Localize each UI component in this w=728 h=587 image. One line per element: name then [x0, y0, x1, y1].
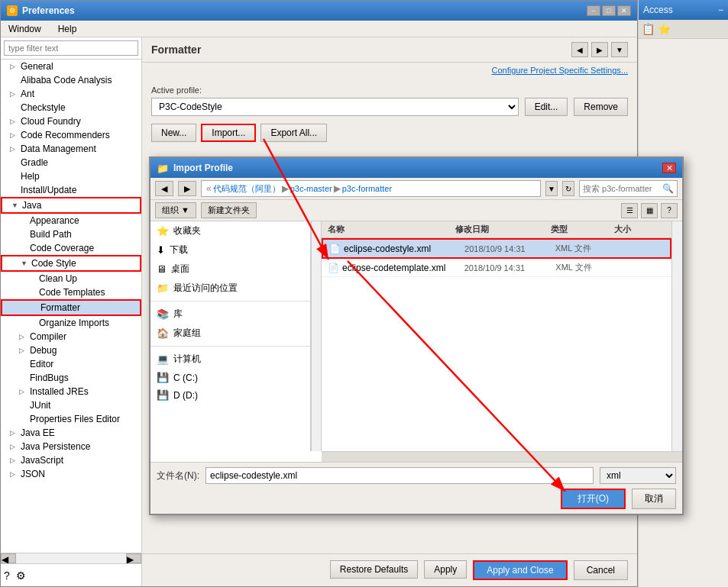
- access-icon-1[interactable]: 📋: [642, 23, 655, 35]
- export-all-button[interactable]: Export All...: [260, 124, 327, 142]
- search-input[interactable]: [583, 184, 659, 193]
- minimize-button[interactable]: −: [587, 5, 600, 16]
- dialog-cancel-button[interactable]: 取消: [632, 489, 676, 509]
- help-button[interactable]: ?: [661, 203, 678, 218]
- file-list-body: 📄 eclipse-codestyle.xml 2018/10/9 14:31 …: [322, 238, 671, 451]
- tree-item-java-ee[interactable]: ▷ Java EE: [1, 426, 141, 440]
- organize-button[interactable]: 组织 ▼: [155, 202, 196, 218]
- menu-window[interactable]: Window: [4, 22, 46, 36]
- tree-item-help[interactable]: Help: [1, 169, 141, 183]
- tree-item-alibaba[interactable]: Alibaba Code Analysis: [1, 73, 141, 87]
- close-button[interactable]: ✕: [617, 5, 631, 16]
- folder-downloads[interactable]: ⬇ 下载: [150, 240, 310, 260]
- import-profile-dialog: 📁 Import Profile ✕ ◀ ▶ « 代码规范（阿里） ▶ p3c-…: [149, 156, 684, 515]
- refresh-button[interactable]: ↻: [562, 181, 574, 196]
- scroll-track: [16, 553, 126, 563]
- tree-item-editor[interactable]: Editor: [1, 357, 141, 371]
- tree-item-checkstyle[interactable]: Checkstyle: [1, 101, 141, 114]
- dialog-close-button[interactable]: ✕: [662, 163, 676, 173]
- breadcrumb-2[interactable]: p3c-master: [290, 184, 332, 193]
- tree-item-cloud-foundry[interactable]: ▷ Cloud Foundry: [1, 114, 141, 128]
- tree-item-junit[interactable]: JUnit: [1, 398, 141, 412]
- tree-item-code-templates[interactable]: Code Templates: [1, 285, 141, 299]
- tree-item-compiler[interactable]: ▷ Compiler: [1, 330, 141, 343]
- expand-arrow: ▼: [11, 202, 19, 209]
- breadcrumb-dropdown[interactable]: ▼: [545, 181, 558, 196]
- tree-item-appearance[interactable]: Appearance: [1, 214, 141, 227]
- profile-select[interactable]: P3C-CodeStyle: [151, 98, 519, 116]
- file-row[interactable]: 📄 eclipse-codestyle.xml 2018/10/9 14:31 …: [322, 238, 671, 259]
- view-grid[interactable]: ▦: [641, 203, 658, 218]
- folder-recent[interactable]: 📁 最近访问的位置: [150, 279, 310, 298]
- tree-item-gradle[interactable]: Gradle: [1, 156, 141, 169]
- import-button[interactable]: Import...: [201, 124, 256, 142]
- apply-button[interactable]: Apply: [424, 560, 467, 579]
- file-row[interactable]: 📄 eclipse-codetemplate.xml 2018/10/9 14:…: [322, 259, 671, 277]
- scroll-right-btn[interactable]: ▶: [126, 553, 141, 563]
- tree-item-organize-imports[interactable]: Organize Imports: [1, 316, 141, 330]
- filter-input[interactable]: [4, 40, 138, 56]
- view-toggle[interactable]: ☰: [621, 203, 638, 218]
- dialog-icon: 📁: [157, 163, 169, 174]
- tree-item-formatter[interactable]: Formatter: [1, 299, 141, 316]
- folder-computer[interactable]: 💻 计算机: [150, 350, 310, 369]
- tree-item-java[interactable]: ▼ Java: [1, 197, 141, 214]
- back-button[interactable]: ◀: [571, 42, 588, 57]
- breadcrumb-1[interactable]: 代码规范（阿里）: [213, 183, 280, 195]
- tree-item-installed-jres[interactable]: ▷ Installed JREs: [1, 385, 141, 398]
- tree-item-debug[interactable]: ▷ Debug: [1, 343, 141, 357]
- tree-item-install[interactable]: Install/Update: [1, 183, 141, 197]
- tree-item-cleanup[interactable]: Clean Up: [1, 272, 141, 285]
- tree-item-general[interactable]: ▷ General: [1, 60, 141, 73]
- tree-item-code-recommenders[interactable]: ▷ Code Recommenders: [1, 128, 141, 142]
- dialog-forward-button[interactable]: ▶: [178, 181, 196, 196]
- folder-d-drive[interactable]: 💾 D (D:): [150, 386, 310, 404]
- new-button[interactable]: New...: [151, 124, 196, 142]
- tree-item-data-management[interactable]: ▷ Data Management: [1, 142, 141, 156]
- window-icon: ⚙: [7, 5, 18, 16]
- access-icon-2[interactable]: ⭐: [658, 23, 671, 35]
- restore-defaults-button[interactable]: Restore Defaults: [330, 560, 418, 579]
- folder-homegroup[interactable]: 🏠 家庭组: [150, 324, 310, 343]
- settings-icon[interactable]: ⚙: [16, 569, 26, 582]
- maximize-button[interactable]: □: [602, 5, 616, 16]
- folder-favorites[interactable]: ⭐ 收藏夹: [150, 221, 310, 240]
- folder-desktop[interactable]: 🖥 桌面: [150, 260, 310, 279]
- breadcrumb-3[interactable]: p3c-formatter: [342, 184, 392, 193]
- collapse-icon[interactable]: −: [718, 5, 723, 15]
- tree-item-findbugs[interactable]: FindBugs: [1, 371, 141, 385]
- filetype-select[interactable]: xml: [600, 467, 676, 484]
- dialog-back-button[interactable]: ◀: [155, 181, 173, 196]
- scroll-left-btn[interactable]: ◀: [1, 553, 16, 563]
- title-bar: ⚙ Preferences − □ ✕: [1, 1, 637, 21]
- open-button[interactable]: 打开(O): [561, 489, 626, 509]
- apply-close-button[interactable]: Apply and Close: [473, 560, 567, 580]
- tree-item-ant[interactable]: ▷ Ant: [1, 87, 141, 101]
- filename-input[interactable]: [205, 467, 594, 484]
- help-icon[interactable]: ?: [4, 569, 10, 582]
- menu-help[interactable]: Help: [53, 22, 82, 36]
- active-profile-label: Active profile:: [151, 85, 628, 95]
- configure-link[interactable]: Configure Project Specific Settings...: [142, 63, 637, 78]
- forward-button[interactable]: ▶: [591, 42, 608, 57]
- tree-item-properties[interactable]: Properties Files Editor: [1, 412, 141, 426]
- left-scrollbar[interactable]: [311, 221, 322, 451]
- formatter-title: Formatter: [151, 44, 201, 56]
- edit-button[interactable]: Edit...: [525, 98, 568, 116]
- dropdown-button[interactable]: ▼: [611, 42, 628, 57]
- remove-button[interactable]: Remove: [574, 98, 628, 116]
- tree-item-build-path[interactable]: Build Path: [1, 227, 141, 241]
- tree-item-java-persistence[interactable]: ▷ Java Persistence: [1, 440, 141, 453]
- file-icon: 📄: [328, 263, 339, 273]
- tree-item-javascript[interactable]: ▷ JavaScript: [1, 453, 141, 467]
- tree-item-code-coverage[interactable]: Code Coverage: [1, 241, 141, 255]
- folder-library[interactable]: 📚 库: [150, 305, 310, 324]
- right-scrollbar[interactable]: [671, 221, 682, 451]
- tree-item-json[interactable]: ▷ JSON: [1, 467, 141, 481]
- cancel-button[interactable]: Cancel: [574, 560, 628, 580]
- separator: [150, 301, 310, 302]
- expand-arrow: ▷: [10, 145, 18, 153]
- tree-item-code-style[interactable]: ▼ Code Style: [1, 255, 141, 272]
- new-folder-button[interactable]: 新建文件夹: [201, 202, 257, 218]
- folder-c-drive[interactable]: 💾 C (C:): [150, 369, 310, 386]
